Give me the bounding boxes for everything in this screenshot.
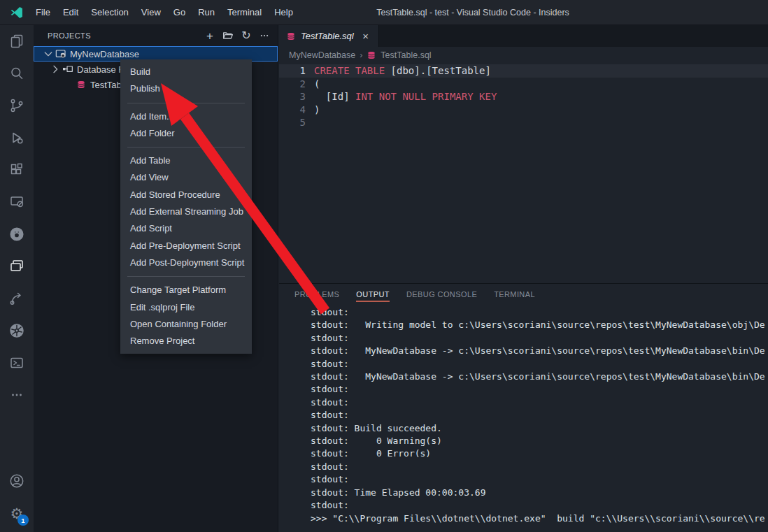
references-icon [62,64,73,75]
line-number: 2 [279,78,314,91]
explorer-icon[interactable] [0,25,34,57]
output-line: stdout: [311,332,768,345]
context-menu-item-add-table[interactable]: Add Table [120,152,252,169]
more-icon[interactable] [0,379,34,411]
bottom-panel: PROBLEMSOUTPUTDEBUG CONSOLETERMINAL stdo… [279,283,768,532]
output-line: stdout: [311,358,768,371]
settings-icon[interactable]: ⚙1 [0,497,34,529]
code-text: ( [314,78,320,91]
code-line-4: 4) [279,103,768,117]
more-icon[interactable] [258,29,271,42]
terminal-powershell-icon[interactable] [0,347,34,379]
context-menu-item-add-post-deployment-script[interactable]: Add Post-Deployment Script [120,254,252,271]
context-menu-item-add-stored-procedure[interactable]: Add Stored Procedure [120,187,252,203]
code-editor[interactable]: 1CREATE TABLE [dbo].[TestTable]2(3 [Id] … [279,64,768,129]
context-menu-item-change-target-platform[interactable]: Change Target Platform [120,282,252,299]
azure-share-icon[interactable] [0,282,34,315]
database-projects-icon[interactable] [0,250,34,282]
menu-view[interactable]: View [135,0,167,25]
sql-file-icon [286,31,296,41]
context-menu-item-add-view[interactable]: Add View [120,169,252,186]
breadcrumb-separator: › [360,50,362,60]
close-icon[interactable]: × [360,30,371,42]
kubernetes-icon[interactable] [0,315,34,347]
remote-explorer-icon[interactable] [0,186,34,218]
menu-selection[interactable]: Selection [85,0,134,25]
menu-bar: FileEditSelectionViewGoRunTerminalHelp [29,0,299,25]
code-line-3: 3 [Id] INT NOT NULL PRIMARY KEY [279,90,768,103]
source-control-icon[interactable] [0,89,34,122]
project-context-menu: BuildPublishAdd Item...Add FolderAdd Tab… [120,59,252,354]
output-line: stdout: [311,461,768,473]
panel-tab-problems[interactable]: PROBLEMS [294,284,339,305]
tab-label: TestTable.sql [301,31,354,41]
line-number: 4 [279,103,314,117]
projects-pane-title: PROJECTS [48,31,204,40]
editor-area: TestTable.sql × MyNewDatabase›TestTable.… [279,25,768,283]
context-menu-item-build[interactable]: Build [120,64,252,80]
menu-go[interactable]: Go [167,0,192,25]
output-line: stdout: Build succeeded. [311,422,768,435]
output-line: stdout: [311,409,768,422]
output-line: stdout: [311,473,768,486]
open-folder-icon[interactable] [222,29,234,42]
code-line-2: 2( [279,78,768,91]
context-menu-item-edit-sqlproj-file[interactable]: Edit .sqlproj File [120,299,252,316]
menu-separator [127,147,245,148]
breadcrumb-item-mynewdatabase[interactable]: MyNewDatabase [289,50,355,60]
line-number: 3 [279,90,314,103]
context-menu-item-add-external-streaming-job[interactable]: Add External Streaming Job [120,203,252,220]
output-line: stdout: [311,499,768,512]
menu-separator [127,103,245,103]
window-title: TestTable.sql - test - Visual Studio Cod… [376,8,569,17]
account-icon[interactable] [0,465,34,497]
context-menu-item-add-item[interactable]: Add Item... [120,108,252,125]
output-line: stdout: MyNewDatabase -> c:\Users\scoria… [311,371,768,383]
menu-terminal[interactable]: Terminal [221,0,268,25]
chevron-right-icon[interactable] [50,64,61,75]
extensions-icon[interactable] [0,154,34,186]
panel-tab-bar: PROBLEMSOUTPUTDEBUG CONSOLETERMINAL [279,284,768,305]
sql-database-icon [367,50,376,60]
output-line: stdout: [311,396,768,409]
menu-run[interactable]: Run [192,0,221,25]
panel-tab-terminal[interactable]: TERMINAL [494,284,535,305]
menu-separator [127,276,245,277]
output-line: stdout: MyNewDatabase -> c:\Users\scoria… [311,345,768,357]
code-text: [Id] INT NOT NULL PRIMARY KEY [314,90,497,103]
breadcrumb-item-testtable-sql[interactable]: TestTable.sql [381,50,431,60]
line-number: 1 [279,64,314,78]
output-console[interactable]: stdout:stdout: Writing model to c:\Users… [279,305,768,531]
menu-file[interactable]: File [29,0,57,25]
code-line-1: 1CREATE TABLE [dbo].[TestTable] [279,64,768,78]
context-menu-item-add-script[interactable]: Add Script [120,220,252,237]
output-line: stdout: 0 Error(s) [311,447,768,460]
activity-bar: ⚙1 [0,25,34,532]
menu-edit[interactable]: Edit [57,0,85,25]
refresh-icon[interactable]: ↻ [240,29,253,42]
sql-database-icon [76,79,87,90]
context-menu-item-publish[interactable]: Publish [120,80,252,97]
tab-testtable-sql[interactable]: TestTable.sql × [279,25,379,47]
context-menu-item-open-containing-folder[interactable]: Open Containing Folder [120,316,252,333]
code-line-5: 5 [279,116,768,129]
vscode-insiders-logo [9,5,24,20]
add-icon[interactable]: + [204,29,216,42]
search-icon[interactable] [0,57,34,89]
context-menu-item-add-folder[interactable]: Add Folder [120,125,252,142]
output-line: stdout: Time Elapsed 00:00:03.69 [311,487,768,499]
output-line: >>> "C:\\Program Files\\dotnet\\dotnet.e… [311,512,768,525]
context-menu-item-add-pre-deployment-script[interactable]: Add Pre-Deployment Script [120,238,252,254]
run-and-debug-icon[interactable] [0,122,34,154]
tree-item-label: MyNewDatabase [70,49,139,59]
output-line: stdout: [311,306,768,319]
menu-help[interactable]: Help [268,0,299,25]
panel-tab-output[interactable]: OUTPUT [356,284,390,305]
line-number: 5 [279,116,314,129]
panel-tab-debug-console[interactable]: DEBUG CONSOLE [406,284,477,305]
output-line: stdout: 0 Warning(s) [311,435,768,447]
chevron-down-icon[interactable] [43,48,54,59]
github-icon[interactable] [0,218,34,250]
context-menu-item-remove-project[interactable]: Remove Project [120,333,252,350]
editor-tab-bar: TestTable.sql × [279,25,768,47]
